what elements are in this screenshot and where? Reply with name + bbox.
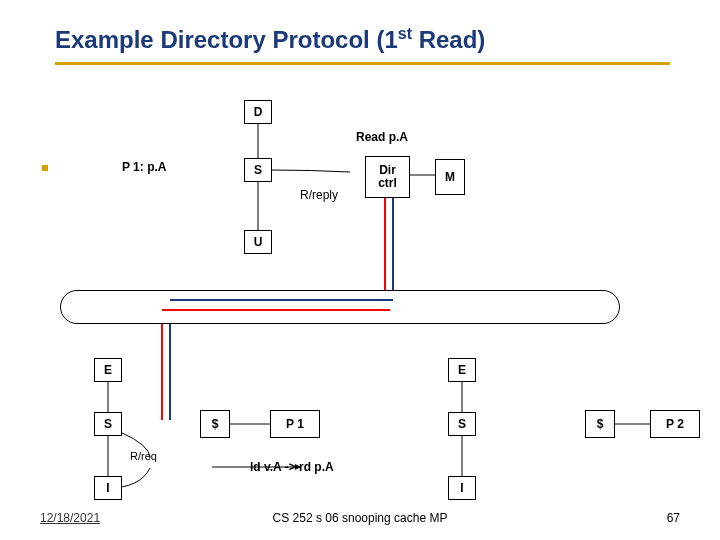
left-state-i-box: I [94, 476, 122, 500]
ctrl-label: ctrl [378, 177, 397, 190]
state-s: S [254, 163, 262, 177]
right-e: E [458, 363, 466, 377]
p1-label: P 1 [286, 417, 304, 431]
state-u: U [254, 235, 263, 249]
load-text: ld v.A -> rd p.A [250, 460, 334, 474]
footer-date: 12/18/2021 [40, 511, 100, 525]
right-i: I [460, 481, 463, 495]
slide-title: Example Directory Protocol (1st Read) [0, 0, 720, 62]
left-s: S [104, 417, 112, 431]
right-state-i-box: I [448, 476, 476, 500]
left-dollar: $ [212, 417, 219, 431]
left-e: E [104, 363, 112, 377]
title-underline [55, 62, 670, 65]
right-cache-box: $ [585, 410, 615, 438]
m-label: M [445, 170, 455, 184]
state-d: D [254, 105, 263, 119]
title-sup: st [398, 25, 412, 42]
right-s: S [458, 417, 466, 431]
state-s-box: S [244, 158, 272, 182]
p2-box: P 2 [650, 410, 700, 438]
p2-label: P 2 [666, 417, 684, 431]
right-state-s-box: S [448, 412, 476, 436]
footer-center: CS 252 s 06 snooping cache MP [273, 511, 448, 525]
p1-pa-label: P 1: p.A [122, 160, 166, 174]
left-state-e-box: E [94, 358, 122, 382]
left-cache-box: $ [200, 410, 230, 438]
bullet-icon [42, 165, 48, 171]
title-post: Read) [412, 26, 485, 53]
left-state-s-box: S [94, 412, 122, 436]
state-d-box: D [244, 100, 272, 124]
title-pre: Example Directory Protocol (1 [55, 26, 398, 53]
r-reply-label: R/reply [300, 188, 338, 202]
dir-ctrl-box: Dir ctrl [365, 156, 410, 198]
state-u-box: U [244, 230, 272, 254]
footer-page: 67 [667, 511, 680, 525]
read-pa-label: Read p.A [356, 130, 408, 144]
left-i: I [106, 481, 109, 495]
memory-box: M [435, 159, 465, 195]
p1-box: P 1 [270, 410, 320, 438]
r-req-label: R/req [130, 450, 157, 462]
right-dollar: $ [597, 417, 604, 431]
right-state-e-box: E [448, 358, 476, 382]
connector-lines [0, 0, 720, 540]
bus [60, 290, 620, 324]
